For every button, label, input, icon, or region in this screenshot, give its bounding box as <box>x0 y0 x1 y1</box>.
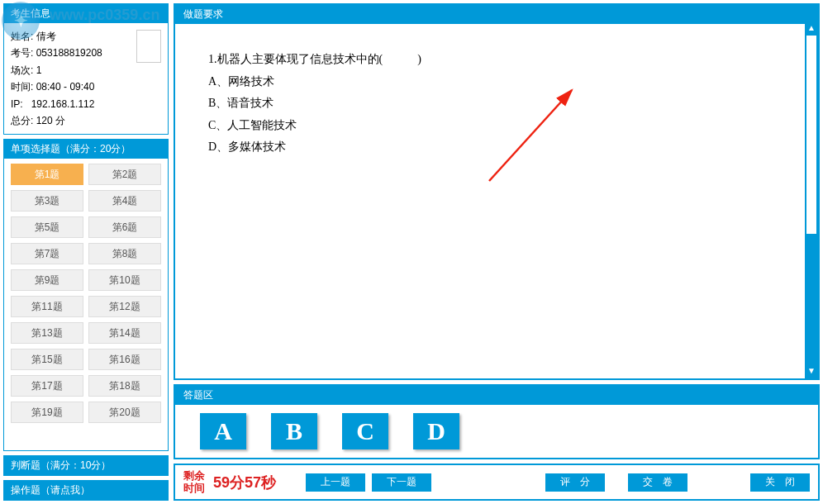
question-nav-button-14[interactable]: 第14题 <box>88 322 161 344</box>
candidate-info-panel: 考生信息 姓名: 倩考 考号: 053188819208 场次: 1 时间: 0… <box>3 3 169 135</box>
total-value: 120 分 <box>36 115 65 126</box>
ip-label: IP: <box>11 98 23 110</box>
remaining-time-label: 剩余 时间 <box>183 470 205 494</box>
time-label: 时间: <box>11 81 33 93</box>
question-nav-button-10[interactable]: 第10题 <box>88 269 161 291</box>
option-b: B、语音技术 <box>208 93 785 115</box>
judge-section-header[interactable]: 判断题（满分：10分） <box>3 455 169 476</box>
question-nav-button-13[interactable]: 第13题 <box>11 322 83 344</box>
option-a: A、网络技术 <box>208 71 785 93</box>
answer-option-c-button[interactable]: C <box>342 413 388 449</box>
scroll-down-icon[interactable]: ▼ <box>805 365 818 378</box>
prev-question-button[interactable]: 上一题 <box>306 473 365 492</box>
scroll-track[interactable] <box>805 36 818 365</box>
session-label: 场次: <box>11 64 33 76</box>
scroll-up-icon[interactable]: ▲ <box>805 22 818 36</box>
answer-panel-title: 答题区 <box>175 386 818 405</box>
question-nav-button-11[interactable]: 第11题 <box>11 296 83 317</box>
question-nav-button-6[interactable]: 第6题 <box>88 216 161 238</box>
total-label: 总分: <box>11 115 33 126</box>
question-nav-button-4[interactable]: 第4题 <box>88 190 161 212</box>
question-area: 做题要求 1.机器人主要体现了信息技术中的( ) A、网络技术 B、语音技术 C… <box>174 3 820 380</box>
vertical-scrollbar[interactable]: ▲ ▼ <box>805 22 818 378</box>
single-choice-panel: 单项选择题（满分：20分） 第1题第2题第3题第4题第5题第6题第7题第8题第9… <box>3 139 169 451</box>
single-choice-header: 单项选择题（满分：20分） <box>4 140 168 159</box>
question-nav-button-18[interactable]: 第18题 <box>88 375 161 397</box>
question-nav-button-15[interactable]: 第15题 <box>11 349 83 370</box>
ip-value: 192.168.1.112 <box>31 98 95 110</box>
score-button[interactable]: 评 分 <box>545 473 605 492</box>
question-nav-button-20[interactable]: 第20题 <box>88 402 161 423</box>
question-nav-button-7[interactable]: 第7题 <box>11 243 83 264</box>
time-value: 08:40 - 09:40 <box>36 81 95 93</box>
answer-option-d-button[interactable]: D <box>413 413 459 449</box>
question-nav-button-8[interactable]: 第8题 <box>88 243 161 264</box>
remaining-time-value: 59分57秒 <box>213 473 276 492</box>
session-value: 1 <box>36 64 42 76</box>
question-content: 1.机器人主要体现了信息技术中的( ) A、网络技术 B、语音技术 C、人工智能… <box>175 24 818 361</box>
candidate-info-title: 考生信息 <box>4 4 168 23</box>
operation-section-header[interactable]: 操作题（请点我） <box>3 480 169 501</box>
question-nav-button-2[interactable]: 第2题 <box>88 164 161 185</box>
id-label: 考号: <box>11 47 33 59</box>
scroll-thumb[interactable] <box>806 36 816 234</box>
answer-option-b-button[interactable]: B <box>271 413 317 449</box>
answer-option-a-button[interactable]: A <box>200 413 246 449</box>
close-button[interactable]: 关 闭 <box>750 473 810 492</box>
question-nav-button-12[interactable]: 第12题 <box>88 296 161 317</box>
question-stem: 1.机器人主要体现了信息技术中的( ) <box>208 49 785 71</box>
question-nav-button-5[interactable]: 第5题 <box>11 216 83 238</box>
question-nav-button-17[interactable]: 第17题 <box>11 375 83 397</box>
question-nav-grid: 第1题第2题第3题第4题第5题第6题第7题第8题第9题第10题第11题第12题第… <box>4 159 168 433</box>
answer-panel: 答题区 ABCD <box>174 384 820 459</box>
name-value: 倩考 <box>36 31 56 42</box>
question-nav-button-19[interactable]: 第19题 <box>11 402 83 423</box>
submit-button[interactable]: 交 卷 <box>628 473 687 492</box>
option-d: D、多媒体技术 <box>208 136 785 159</box>
option-c: C、人工智能技术 <box>208 115 785 137</box>
question-nav-button-9[interactable]: 第9题 <box>11 269 83 291</box>
question-nav-button-3[interactable]: 第3题 <box>11 190 83 212</box>
next-question-button[interactable]: 下一题 <box>372 473 431 492</box>
bottom-bar: 剩余 时间 59分57秒 上一题 下一题 评 分 交 卷 关 闭 <box>174 464 820 501</box>
id-value: 053188819208 <box>36 47 102 59</box>
question-nav-button-1[interactable]: 第1题 <box>11 164 83 185</box>
question-area-title: 做题要求 <box>175 5 818 24</box>
name-label: 姓名: <box>11 31 33 42</box>
candidate-photo <box>136 30 161 63</box>
question-nav-button-16[interactable]: 第16题 <box>88 349 161 370</box>
